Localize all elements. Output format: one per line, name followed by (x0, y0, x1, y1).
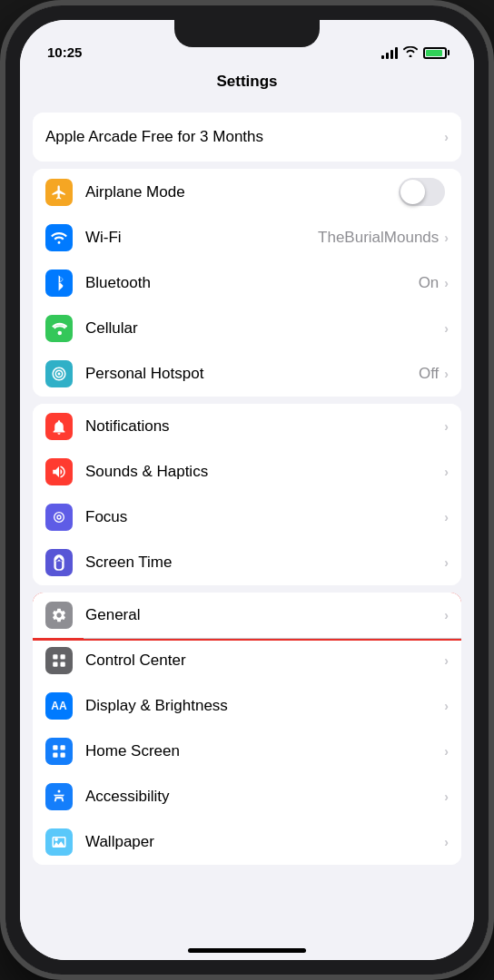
settings-row-screen-time[interactable]: Screen Time › (33, 540, 461, 585)
status-time: 10:25 (47, 44, 82, 60)
status-icons (381, 45, 447, 60)
sounds-haptics-label: Sounds & Haptics (85, 463, 444, 481)
home-indicator[interactable] (188, 948, 306, 953)
wallpaper-chevron: › (444, 835, 449, 849)
settings-row-home-screen[interactable]: Home Screen › (33, 729, 461, 774)
connectivity-group: Airplane Mode Wi-Fi TheBuria (33, 169, 461, 397)
general-group: General › Control (33, 593, 461, 865)
phone-body: 10:25 (5, 5, 489, 975)
signal-icon (381, 47, 398, 59)
svg-rect-5 (61, 745, 65, 750)
cellular-chevron: › (444, 321, 449, 336)
settings-row-wallpaper[interactable]: Wallpaper › (33, 819, 461, 865)
personal-hotspot-value: Off (419, 365, 439, 383)
svg-rect-6 (53, 753, 57, 758)
settings-row-accessibility[interactable]: Accessibility › (33, 774, 461, 819)
notifications-chevron: › (444, 419, 449, 434)
settings-row-airplane-mode[interactable]: Airplane Mode (33, 169, 461, 215)
bluetooth-icon (45, 270, 73, 297)
settings-row-control-center[interactable]: Control Center › (33, 638, 461, 683)
navigation-bar: Settings (20, 65, 474, 100)
battery-icon (423, 47, 447, 59)
wifi-value: TheBurialMounds (318, 229, 439, 247)
home-screen-icon (45, 738, 73, 765)
focus-chevron: › (444, 510, 449, 524)
svg-rect-7 (61, 753, 65, 758)
wifi-chevron: › (444, 230, 449, 245)
settings-row-cellular[interactable]: Cellular › (33, 306, 461, 351)
general-icon (45, 602, 73, 629)
settings-row-general[interactable]: General › (33, 593, 461, 638)
accessibility-label: Accessibility (85, 788, 444, 806)
sounds-haptics-icon (45, 458, 73, 485)
wifi-label: Wi-Fi (85, 229, 318, 247)
phone-device: 10:25 (0, 0, 494, 980)
settings-row-notifications[interactable]: Notifications › (33, 404, 461, 449)
wifi-icon (403, 45, 418, 60)
wifi-settings-icon (45, 224, 73, 251)
notifications-icon (45, 413, 73, 440)
svg-rect-2 (53, 662, 57, 667)
accessibility-chevron: › (444, 789, 449, 804)
screen: 10:25 (20, 20, 474, 960)
screen-time-icon (45, 549, 73, 576)
general-chevron: › (444, 608, 449, 622)
svg-rect-0 (53, 654, 57, 659)
general-label: General (85, 606, 444, 624)
svg-rect-3 (61, 662, 65, 667)
personal-hotspot-chevron: › (444, 367, 449, 381)
cellular-label: Cellular (85, 319, 444, 338)
focus-label: Focus (85, 508, 444, 526)
svg-rect-1 (61, 654, 65, 659)
home-screen-chevron: › (444, 744, 449, 759)
wallpaper-label: Wallpaper (85, 833, 444, 851)
airplane-mode-label: Airplane Mode (85, 183, 399, 201)
cellular-icon (45, 315, 73, 342)
promo-label: Apple Arcade Free for 3 Months (45, 128, 444, 146)
settings-row-wifi[interactable]: Wi-Fi TheBurialMounds › (33, 215, 461, 260)
page-title: Settings (20, 73, 474, 91)
control-center-chevron: › (444, 653, 449, 668)
settings-content[interactable]: Apple Arcade Free for 3 Months › Airplan… (20, 100, 474, 960)
bluetooth-label: Bluetooth (85, 274, 419, 292)
settings-row-bluetooth[interactable]: Bluetooth On › (33, 260, 461, 306)
accessibility-icon (45, 783, 73, 810)
sounds-haptics-chevron: › (444, 465, 449, 479)
settings-row-sounds-haptics[interactable]: Sounds & Haptics › (33, 449, 461, 495)
airplane-mode-toggle-thumb (400, 180, 425, 204)
control-center-label: Control Center (85, 652, 444, 670)
svg-point-9 (54, 838, 58, 841)
bluetooth-value: On (419, 274, 440, 292)
airplane-mode-icon (45, 179, 73, 206)
bluetooth-chevron: › (444, 276, 449, 290)
promo-chevron: › (444, 130, 449, 144)
settings-row-personal-hotspot[interactable]: Personal Hotspot Off › (33, 351, 461, 397)
screen-time-label: Screen Time (85, 554, 444, 572)
display-brightness-label: Display & Brightness (85, 697, 444, 715)
notifications-group: Notifications › Sounds & Haptics › (33, 404, 461, 585)
notifications-label: Notifications (85, 417, 444, 436)
airplane-mode-toggle[interactable] (399, 178, 445, 206)
screen-time-chevron: › (444, 555, 449, 570)
focus-icon (45, 504, 73, 531)
personal-hotspot-icon (45, 360, 73, 387)
promo-group[interactable]: Apple Arcade Free for 3 Months › (33, 113, 461, 162)
display-brightness-icon: AA (45, 692, 73, 720)
notch (174, 20, 320, 47)
settings-row-focus[interactable]: Focus › (33, 495, 461, 540)
control-center-icon (45, 647, 73, 674)
svg-rect-4 (53, 745, 57, 750)
settings-row-display-brightness[interactable]: AA Display & Brightness › (33, 683, 461, 729)
svg-point-8 (58, 790, 61, 793)
wallpaper-icon (45, 828, 73, 856)
display-brightness-chevron: › (444, 699, 449, 713)
home-screen-label: Home Screen (85, 742, 444, 760)
personal-hotspot-label: Personal Hotspot (85, 365, 419, 383)
promo-row[interactable]: Apple Arcade Free for 3 Months › (33, 113, 461, 162)
